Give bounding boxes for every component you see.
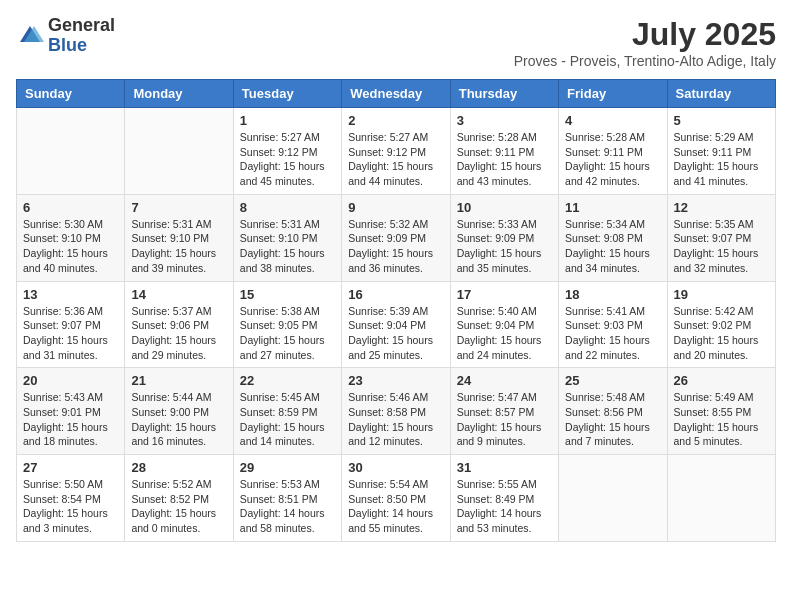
calendar-cell: 5Sunrise: 5:29 AM Sunset: 9:11 PM Daylig…	[667, 108, 775, 195]
day-info: Sunrise: 5:32 AM Sunset: 9:09 PM Dayligh…	[348, 217, 443, 276]
day-info: Sunrise: 5:50 AM Sunset: 8:54 PM Dayligh…	[23, 477, 118, 536]
calendar-cell: 2Sunrise: 5:27 AM Sunset: 9:12 PM Daylig…	[342, 108, 450, 195]
calendar-week-row: 6Sunrise: 5:30 AM Sunset: 9:10 PM Daylig…	[17, 194, 776, 281]
calendar-cell: 28Sunrise: 5:52 AM Sunset: 8:52 PM Dayli…	[125, 455, 233, 542]
day-number: 23	[348, 373, 443, 388]
day-info: Sunrise: 5:30 AM Sunset: 9:10 PM Dayligh…	[23, 217, 118, 276]
day-info: Sunrise: 5:54 AM Sunset: 8:50 PM Dayligh…	[348, 477, 443, 536]
day-info: Sunrise: 5:47 AM Sunset: 8:57 PM Dayligh…	[457, 390, 552, 449]
calendar-cell: 19Sunrise: 5:42 AM Sunset: 9:02 PM Dayli…	[667, 281, 775, 368]
logo-general-text: General	[48, 15, 115, 35]
title-block: July 2025 Proves - Proveis, Trentino-Alt…	[514, 16, 776, 69]
logo-icon	[16, 22, 44, 50]
day-number: 5	[674, 113, 769, 128]
day-info: Sunrise: 5:48 AM Sunset: 8:56 PM Dayligh…	[565, 390, 660, 449]
calendar-cell: 9Sunrise: 5:32 AM Sunset: 9:09 PM Daylig…	[342, 194, 450, 281]
calendar-cell: 14Sunrise: 5:37 AM Sunset: 9:06 PM Dayli…	[125, 281, 233, 368]
day-number: 11	[565, 200, 660, 215]
calendar-cell: 7Sunrise: 5:31 AM Sunset: 9:10 PM Daylig…	[125, 194, 233, 281]
day-number: 2	[348, 113, 443, 128]
calendar-cell	[125, 108, 233, 195]
day-info: Sunrise: 5:36 AM Sunset: 9:07 PM Dayligh…	[23, 304, 118, 363]
day-number: 1	[240, 113, 335, 128]
day-info: Sunrise: 5:49 AM Sunset: 8:55 PM Dayligh…	[674, 390, 769, 449]
day-number: 26	[674, 373, 769, 388]
day-number: 15	[240, 287, 335, 302]
day-number: 22	[240, 373, 335, 388]
calendar-week-row: 27Sunrise: 5:50 AM Sunset: 8:54 PM Dayli…	[17, 455, 776, 542]
weekday-header-row: SundayMondayTuesdayWednesdayThursdayFrid…	[17, 80, 776, 108]
day-info: Sunrise: 5:28 AM Sunset: 9:11 PM Dayligh…	[565, 130, 660, 189]
day-number: 25	[565, 373, 660, 388]
day-number: 10	[457, 200, 552, 215]
calendar-cell: 20Sunrise: 5:43 AM Sunset: 9:01 PM Dayli…	[17, 368, 125, 455]
calendar-cell: 4Sunrise: 5:28 AM Sunset: 9:11 PM Daylig…	[559, 108, 667, 195]
day-info: Sunrise: 5:43 AM Sunset: 9:01 PM Dayligh…	[23, 390, 118, 449]
day-number: 17	[457, 287, 552, 302]
day-number: 30	[348, 460, 443, 475]
calendar-cell: 24Sunrise: 5:47 AM Sunset: 8:57 PM Dayli…	[450, 368, 558, 455]
weekday-header-monday: Monday	[125, 80, 233, 108]
day-info: Sunrise: 5:55 AM Sunset: 8:49 PM Dayligh…	[457, 477, 552, 536]
calendar-cell: 17Sunrise: 5:40 AM Sunset: 9:04 PM Dayli…	[450, 281, 558, 368]
location-subtitle: Proves - Proveis, Trentino-Alto Adige, I…	[514, 53, 776, 69]
month-year-title: July 2025	[514, 16, 776, 53]
day-number: 7	[131, 200, 226, 215]
day-number: 24	[457, 373, 552, 388]
day-info: Sunrise: 5:35 AM Sunset: 9:07 PM Dayligh…	[674, 217, 769, 276]
calendar-cell: 18Sunrise: 5:41 AM Sunset: 9:03 PM Dayli…	[559, 281, 667, 368]
day-number: 28	[131, 460, 226, 475]
day-number: 12	[674, 200, 769, 215]
calendar-cell: 11Sunrise: 5:34 AM Sunset: 9:08 PM Dayli…	[559, 194, 667, 281]
day-number: 31	[457, 460, 552, 475]
weekday-header-friday: Friday	[559, 80, 667, 108]
day-info: Sunrise: 5:27 AM Sunset: 9:12 PM Dayligh…	[348, 130, 443, 189]
day-number: 14	[131, 287, 226, 302]
day-info: Sunrise: 5:45 AM Sunset: 8:59 PM Dayligh…	[240, 390, 335, 449]
weekday-header-wednesday: Wednesday	[342, 80, 450, 108]
calendar-cell: 23Sunrise: 5:46 AM Sunset: 8:58 PM Dayli…	[342, 368, 450, 455]
calendar-cell: 15Sunrise: 5:38 AM Sunset: 9:05 PM Dayli…	[233, 281, 341, 368]
day-info: Sunrise: 5:34 AM Sunset: 9:08 PM Dayligh…	[565, 217, 660, 276]
calendar-cell: 3Sunrise: 5:28 AM Sunset: 9:11 PM Daylig…	[450, 108, 558, 195]
calendar-cell: 21Sunrise: 5:44 AM Sunset: 9:00 PM Dayli…	[125, 368, 233, 455]
calendar-week-row: 13Sunrise: 5:36 AM Sunset: 9:07 PM Dayli…	[17, 281, 776, 368]
calendar-cell: 1Sunrise: 5:27 AM Sunset: 9:12 PM Daylig…	[233, 108, 341, 195]
calendar-cell: 8Sunrise: 5:31 AM Sunset: 9:10 PM Daylig…	[233, 194, 341, 281]
calendar-cell: 13Sunrise: 5:36 AM Sunset: 9:07 PM Dayli…	[17, 281, 125, 368]
calendar-cell	[17, 108, 125, 195]
day-info: Sunrise: 5:40 AM Sunset: 9:04 PM Dayligh…	[457, 304, 552, 363]
day-info: Sunrise: 5:28 AM Sunset: 9:11 PM Dayligh…	[457, 130, 552, 189]
page-header: General Blue July 2025 Proves - Proveis,…	[16, 16, 776, 69]
day-info: Sunrise: 5:41 AM Sunset: 9:03 PM Dayligh…	[565, 304, 660, 363]
day-number: 27	[23, 460, 118, 475]
calendar-week-row: 1Sunrise: 5:27 AM Sunset: 9:12 PM Daylig…	[17, 108, 776, 195]
calendar-cell: 27Sunrise: 5:50 AM Sunset: 8:54 PM Dayli…	[17, 455, 125, 542]
day-info: Sunrise: 5:46 AM Sunset: 8:58 PM Dayligh…	[348, 390, 443, 449]
day-info: Sunrise: 5:33 AM Sunset: 9:09 PM Dayligh…	[457, 217, 552, 276]
day-info: Sunrise: 5:44 AM Sunset: 9:00 PM Dayligh…	[131, 390, 226, 449]
day-number: 18	[565, 287, 660, 302]
day-number: 8	[240, 200, 335, 215]
day-info: Sunrise: 5:29 AM Sunset: 9:11 PM Dayligh…	[674, 130, 769, 189]
calendar-cell: 16Sunrise: 5:39 AM Sunset: 9:04 PM Dayli…	[342, 281, 450, 368]
weekday-header-sunday: Sunday	[17, 80, 125, 108]
day-number: 20	[23, 373, 118, 388]
calendar-cell: 10Sunrise: 5:33 AM Sunset: 9:09 PM Dayli…	[450, 194, 558, 281]
calendar-cell: 25Sunrise: 5:48 AM Sunset: 8:56 PM Dayli…	[559, 368, 667, 455]
calendar-table: SundayMondayTuesdayWednesdayThursdayFrid…	[16, 79, 776, 542]
day-number: 29	[240, 460, 335, 475]
weekday-header-tuesday: Tuesday	[233, 80, 341, 108]
weekday-header-thursday: Thursday	[450, 80, 558, 108]
day-info: Sunrise: 5:31 AM Sunset: 9:10 PM Dayligh…	[131, 217, 226, 276]
day-number: 16	[348, 287, 443, 302]
calendar-cell: 6Sunrise: 5:30 AM Sunset: 9:10 PM Daylig…	[17, 194, 125, 281]
day-number: 19	[674, 287, 769, 302]
day-info: Sunrise: 5:27 AM Sunset: 9:12 PM Dayligh…	[240, 130, 335, 189]
calendar-week-row: 20Sunrise: 5:43 AM Sunset: 9:01 PM Dayli…	[17, 368, 776, 455]
day-info: Sunrise: 5:53 AM Sunset: 8:51 PM Dayligh…	[240, 477, 335, 536]
day-number: 4	[565, 113, 660, 128]
day-number: 3	[457, 113, 552, 128]
weekday-header-saturday: Saturday	[667, 80, 775, 108]
day-number: 13	[23, 287, 118, 302]
